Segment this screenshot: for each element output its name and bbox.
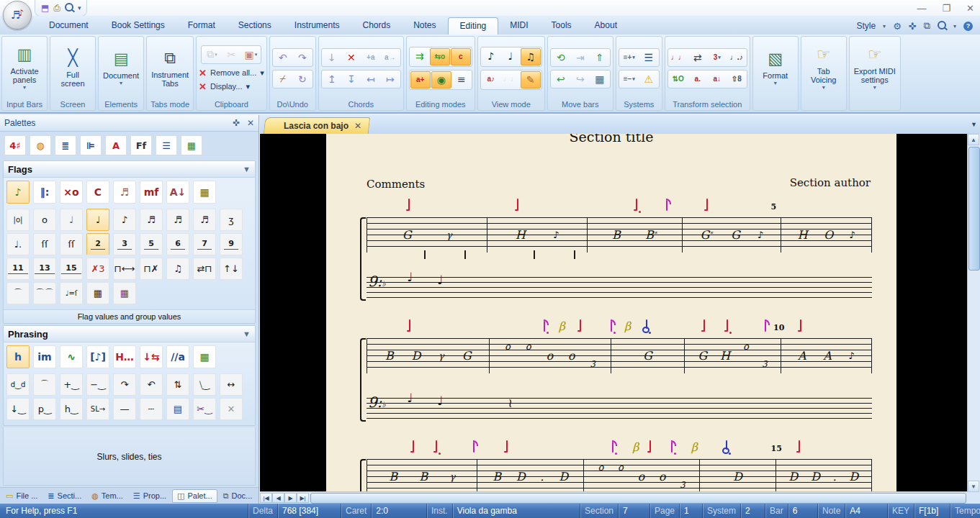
circle-updown-button[interactable]: ⇅	[166, 373, 189, 396]
add-system-button[interactable]: ≡+▾	[620, 50, 639, 65]
beam-updown-button[interactable]: ↑↓	[220, 258, 243, 280]
vertical-scroll-thumb[interactable]	[968, 147, 980, 271]
h-slur-icon[interactable]: h	[6, 345, 30, 368]
tab-strip-dropdown-icon[interactable]: ▼	[971, 121, 977, 128]
sixteenth-button[interactable]: ♬	[140, 209, 163, 231]
horizontal-scrollbar[interactable]: |◀ ◀ ▶ ▶|	[260, 491, 968, 504]
format-button[interactable]: ▧Format▾	[755, 48, 796, 88]
print-preview-icon[interactable]	[65, 3, 73, 13]
score-viewport[interactable]: Section title Comments Section author 5G…	[260, 134, 968, 492]
chord-up-button[interactable]: ↥	[323, 71, 341, 87]
flags-right-button[interactable]: ſſ	[60, 233, 83, 255]
bar-grid-button[interactable]: ▦	[590, 71, 609, 87]
style-menu[interactable]: Style	[856, 21, 876, 31]
view-quill-button[interactable]: ✎	[521, 71, 541, 88]
grid-icon[interactable]: ▦	[193, 181, 216, 204]
slur-plus-button[interactable]: +‿	[60, 373, 83, 396]
save-icon[interactable]: ⬒	[41, 4, 49, 12]
tuplet-7-button[interactable]: 7	[193, 233, 216, 255]
note-equals-button[interactable]: ♩=ſ	[60, 282, 83, 304]
bars-palette-icon[interactable]: ⊫	[80, 135, 102, 155]
search-icon[interactable]	[938, 21, 946, 32]
prev-letter-button[interactable]: +a	[361, 50, 380, 65]
section-header-flags[interactable]: Flags▼	[4, 161, 255, 178]
arch-button[interactable]: ⌒	[6, 282, 30, 304]
thirtysecond-button[interactable]: ♬	[166, 209, 189, 231]
next-page-icon[interactable]: ▶	[284, 493, 297, 503]
tab-voicing-button[interactable]: ☞Tab Voicing▾	[804, 44, 844, 92]
bracket-note-icon[interactable]: [♪]	[86, 345, 109, 368]
copy-button[interactable]: ▣▾	[241, 47, 260, 63]
slur-h-button[interactable]: h‿	[60, 398, 83, 420]
slide-button[interactable]: SL→	[86, 398, 109, 420]
bar-mode-button[interactable]: ≡	[452, 71, 471, 87]
letter-dot-button[interactable]: a.	[688, 71, 707, 87]
shuffle-button[interactable]: ⇄	[688, 50, 707, 65]
tab-editing[interactable]: Editing	[448, 17, 499, 35]
guitar-palette-icon[interactable]: ◍	[30, 135, 51, 155]
help-icon[interactable]: ?	[963, 22, 973, 31]
section-header-phrasing[interactable]: Phrasing▼	[4, 326, 255, 342]
scissors-slur-button[interactable]: ✂‿	[193, 398, 216, 420]
eighth-button[interactable]: ♪	[113, 209, 136, 231]
chord-left-button[interactable]: ↤	[361, 71, 380, 87]
restore-button[interactable]: ❐	[942, 3, 950, 14]
search-dropdown-arrow[interactable]: ▾	[953, 23, 956, 29]
letter-mode-button[interactable]: a+	[410, 71, 431, 88]
lines-palette-icon[interactable]: ☰	[156, 135, 177, 155]
sound-mode-button[interactable]: ◉	[431, 71, 451, 88]
view-gray-notes-button[interactable]: ♩♩	[501, 71, 520, 87]
down-bracket-icon[interactable]: ↓⇆	[140, 345, 163, 368]
replace-mode-button[interactable]: ⇆o	[430, 48, 450, 65]
letter-down-icon[interactable]: A↓	[166, 181, 189, 204]
grid-palette-icon[interactable]: ▦	[181, 135, 202, 155]
lines-box-button[interactable]: ▤	[166, 398, 189, 420]
tuplet-button[interactable]: 3▾	[708, 50, 727, 65]
tab-about[interactable]: About	[583, 17, 629, 35]
tab-midi[interactable]: MIDI	[498, 17, 539, 35]
view-notes-button[interactable]: ♫	[521, 48, 541, 65]
staff-notes-icon[interactable]: ♬	[113, 181, 136, 204]
horizontal-scroll-thumb[interactable]	[310, 493, 966, 504]
score-page[interactable]: Section title Comments Section author 5G…	[326, 134, 896, 492]
slur-minus-button[interactable]: −‿	[86, 373, 109, 396]
h-red-icon[interactable]: H…	[113, 345, 136, 368]
slash-tie-button[interactable]: ⧵‿	[193, 373, 216, 396]
half-button[interactable]: ♩	[60, 209, 83, 231]
undo-button[interactable]: ↶	[274, 50, 292, 65]
tab-book-settings[interactable]: Book Settings	[100, 17, 176, 35]
warning-button[interactable]: ⚠	[639, 71, 658, 87]
chevron-down-icon[interactable]: ▼	[243, 165, 251, 173]
tie-top-button[interactable]: ⌒	[33, 373, 56, 396]
tab-document[interactable]: Document	[37, 17, 100, 35]
dashes-button[interactable]: ┄	[140, 398, 163, 420]
cut-button[interactable]: ✂	[222, 47, 240, 63]
print-icon[interactable]: ⎙	[53, 4, 60, 12]
clean-button[interactable]: ⌿	[274, 71, 292, 87]
chord-down-button[interactable]: ↧	[342, 71, 361, 87]
im-dots-icon[interactable]: im	[33, 345, 56, 368]
view-quarter-button[interactable]: ♩	[501, 48, 520, 64]
refresh-button[interactable]: ↻	[293, 71, 312, 87]
activate-panels-button[interactable]: ▥Activate panels▾	[4, 44, 45, 92]
full-screen-button[interactable]: ╳Full screen	[53, 47, 93, 89]
remove-system-button[interactable]: ≡−▾	[620, 71, 639, 87]
barline-icon[interactable]: ‖:	[33, 181, 56, 204]
tie-lr-button[interactable]: ↔	[220, 373, 243, 396]
quarter-button[interactable]: ♩	[86, 209, 109, 231]
insert-mode-button[interactable]: ⇉	[410, 48, 429, 64]
document-tab[interactable]: Lascia con bajo ✕	[264, 117, 371, 134]
text-palette-icon[interactable]: A	[105, 135, 127, 155]
x-gray-button[interactable]: ✕	[220, 398, 243, 420]
dotted-note-button[interactable]: ♩.	[6, 233, 30, 255]
bar-up-button[interactable]: ⇑	[590, 50, 609, 65]
pin-icon[interactable]: ✜	[909, 21, 917, 32]
tuplet-5-button[interactable]: 5	[140, 233, 163, 255]
tuplet-15-button[interactable]: 15	[60, 258, 83, 280]
tab-tools[interactable]: Tools	[540, 17, 583, 35]
arch-double-button[interactable]: ⌒⌒	[33, 282, 56, 304]
wave-icon[interactable]: ∿	[60, 345, 83, 368]
paste-button[interactable]: ⧉▾	[202, 47, 221, 63]
view-eighth-button[interactable]: ♪	[482, 48, 500, 64]
application-menu-button[interactable]: ♬♪	[3, 1, 32, 29]
